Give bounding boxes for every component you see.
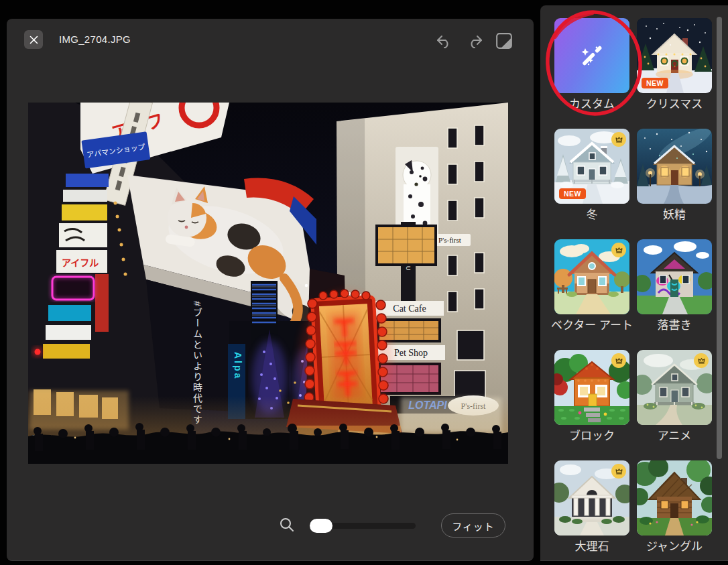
style-label: ベクター アート — [554, 314, 629, 332]
style-item-block[interactable]: ブロック — [554, 350, 629, 443]
magnifier-icon — [278, 516, 296, 533]
style-thumb-marble[interactable] — [554, 460, 629, 536]
close-button[interactable] — [24, 30, 43, 49]
zoom-control — [278, 516, 296, 533]
editing-image: アイフ アパマンショップ アイフル — [28, 103, 508, 464]
style-item-winter[interactable]: NEW 冬 — [554, 129, 629, 222]
style-item-anime[interactable]: アニメ — [637, 350, 712, 443]
magic-wand-icon — [576, 40, 608, 72]
style-item-christmas[interactable]: NEW クリスマス — [637, 18, 712, 111]
premium-badge — [694, 353, 709, 368]
style-item-custom[interactable]: カスタム — [554, 18, 629, 111]
style-thumb-custom[interactable] — [554, 18, 629, 93]
redo-icon — [466, 32, 485, 51]
style-label: ジャングル — [637, 536, 712, 554]
style-label: 冬 — [554, 204, 629, 222]
photo-crowd — [28, 391, 508, 464]
filename-label: IMG_2704.JPG — [59, 34, 131, 45]
style-thumb-block[interactable] — [554, 350, 629, 425]
new-badge: NEW — [642, 78, 668, 89]
style-thumb-graffiti[interactable] — [637, 239, 712, 314]
crown-icon — [696, 356, 707, 366]
new-badge: NEW — [559, 188, 586, 200]
app-window: IMG_2704.JPG — [0, 0, 728, 565]
photo-canvas[interactable]: アイフ アパマンショップ アイフル — [28, 103, 508, 464]
undo-button[interactable] — [434, 32, 453, 51]
style-label: ブロック — [554, 425, 629, 443]
crown-icon — [614, 135, 624, 145]
style-label: 大理石 — [554, 536, 629, 554]
undo-icon — [434, 32, 453, 51]
style-label: 落書き — [637, 314, 712, 332]
style-thumb-jungle[interactable] — [637, 460, 712, 536]
compare-original-icon — [494, 30, 514, 52]
svg-text:Pet Shop: Pet Shop — [394, 348, 428, 358]
style-label: クリスマス — [637, 93, 712, 111]
premium-badge — [611, 353, 626, 368]
style-item-fairy[interactable]: 妖精 — [637, 129, 712, 222]
svg-text:Alpa: Alpa — [233, 352, 243, 380]
compare-original-button[interactable] — [494, 30, 514, 52]
style-thumb-winter[interactable]: NEW — [554, 129, 629, 204]
fit-button[interactable]: フィット — [441, 513, 505, 538]
style-thumb-fairy[interactable] — [637, 129, 712, 204]
style-label: アニメ — [637, 425, 712, 443]
style-label: カスタム — [554, 93, 629, 111]
svg-text:アイフル: アイフル — [62, 257, 99, 268]
premium-badge — [611, 464, 626, 479]
editor-panel: IMG_2704.JPG — [7, 19, 534, 561]
svg-text:Cat Cafe: Cat Cafe — [393, 304, 426, 314]
style-item-graffiti[interactable]: 落書き — [637, 239, 712, 332]
premium-badge — [611, 243, 626, 257]
style-item-vector-art[interactable]: ベクター アート — [554, 239, 629, 332]
crown-icon — [614, 245, 624, 255]
crown-icon — [614, 466, 624, 477]
styles-sidebar: カスタム — [540, 5, 728, 561]
zoom-slider-thumb[interactable] — [310, 519, 332, 533]
style-thumb-vector-art[interactable] — [554, 239, 629, 314]
redo-button[interactable] — [466, 32, 485, 51]
style-thumb-christmas[interactable]: NEW — [637, 18, 712, 93]
premium-badge — [611, 132, 626, 147]
style-item-marble[interactable]: 大理石 — [554, 460, 629, 554]
svg-text:P's-first: P's-first — [438, 236, 461, 244]
crown-icon — [614, 356, 624, 366]
close-icon — [29, 36, 38, 44]
style-label: 妖精 — [637, 204, 712, 222]
sidebar-scrollbar-thumb[interactable] — [717, 17, 722, 459]
style-thumb-anime[interactable] — [637, 350, 712, 425]
styles-grid: カスタム — [554, 18, 712, 554]
style-item-jungle[interactable]: ジャングル — [637, 460, 712, 554]
